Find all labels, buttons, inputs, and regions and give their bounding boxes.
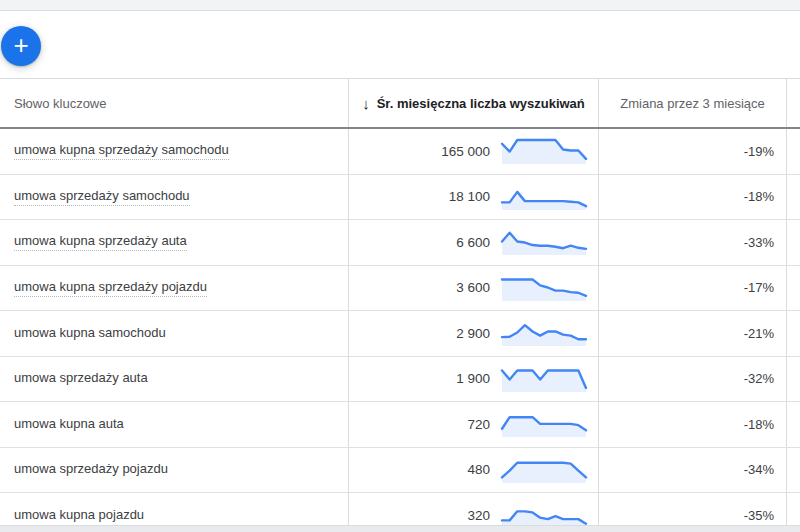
keyword-cell: umowa sprzedaży auta xyxy=(0,357,348,402)
keyword-cell: umowa sprzedaży samochodu xyxy=(0,175,348,220)
search-volume: 320 xyxy=(467,508,490,523)
search-volume: 165 000 xyxy=(441,144,490,159)
change-percent: -18% xyxy=(744,417,774,432)
search-volume: 2 900 xyxy=(456,326,490,341)
search-volume: 720 xyxy=(467,417,490,432)
change-cell: -18% xyxy=(598,402,786,447)
table-row[interactable]: umowa sprzedaży pojazdu 480 -34% xyxy=(0,448,800,494)
keyword-text[interactable]: umowa kupna samochodu xyxy=(14,325,166,342)
change-percent: -35% xyxy=(744,508,774,523)
change-percent: -18% xyxy=(744,189,774,204)
bottom-bar xyxy=(0,525,800,532)
keyword-text[interactable]: umowa kupna auta xyxy=(14,416,124,433)
change-percent: -17% xyxy=(744,280,774,295)
column-header-searches[interactable]: ↓ Śr. miesięczna liczba wyszukiwań xyxy=(348,79,598,127)
extra-cell xyxy=(786,448,800,493)
change-cell: -21% xyxy=(598,311,786,356)
table-body: umowa kupna sprzedaży samochodu 165 000 … xyxy=(0,129,800,532)
change-cell: -34% xyxy=(598,448,786,493)
top-bar xyxy=(0,0,800,11)
table-row[interactable]: umowa kupna sprzedaży auta 6 600 -33% xyxy=(0,220,800,266)
extra-cell xyxy=(786,175,800,220)
change-percent: -33% xyxy=(744,235,774,250)
extra-cell xyxy=(786,402,800,447)
searches-cell: 165 000 xyxy=(348,129,598,174)
trend-sparkline xyxy=(500,366,588,392)
sort-descending-icon: ↓ xyxy=(362,95,370,112)
keyword-cell: umowa kupna samochodu xyxy=(0,311,348,356)
trend-sparkline xyxy=(500,457,588,483)
keyword-text[interactable]: umowa kupna sprzedaży auta xyxy=(14,233,187,251)
extra-cell xyxy=(786,266,800,311)
trend-sparkline xyxy=(500,320,588,346)
change-cell: -18% xyxy=(598,175,786,220)
table-row[interactable]: umowa kupna auta 720 -18% xyxy=(0,402,800,448)
searches-cell: 1 900 xyxy=(348,357,598,402)
table-header: Słowo kluczowe ↓ Śr. miesięczna liczba w… xyxy=(0,78,800,129)
keyword-text[interactable]: umowa sprzedaży samochodu xyxy=(14,188,190,206)
table-row[interactable]: umowa sprzedaży samochodu 18 100 -18% xyxy=(0,175,800,221)
table-row[interactable]: umowa kupna sprzedaży samochodu 165 000 … xyxy=(0,129,800,175)
trend-sparkline xyxy=(500,411,588,437)
searches-cell: 2 900 xyxy=(348,311,598,356)
trend-sparkline xyxy=(500,229,588,255)
table-row[interactable]: umowa kupna samochodu 2 900 -21% xyxy=(0,311,800,357)
keyword-text[interactable]: umowa kupna sprzedaży pojazdu xyxy=(14,279,207,297)
extra-cell xyxy=(786,220,800,265)
search-volume: 1 900 xyxy=(456,371,490,386)
keyword-cell: umowa kupna sprzedaży auta xyxy=(0,220,348,265)
column-header-searches-label: Śr. miesięczna liczba wyszukiwań xyxy=(377,96,585,111)
search-volume: 3 600 xyxy=(456,280,490,295)
searches-cell: 6 600 xyxy=(348,220,598,265)
keyword-text[interactable]: umowa sprzedaży pojazdu xyxy=(14,461,168,478)
column-header-change[interactable]: Zmiana przez 3 miesiące xyxy=(598,79,786,127)
table-row[interactable]: umowa sprzedaży auta 1 900 -32% xyxy=(0,357,800,403)
search-volume: 18 100 xyxy=(449,189,490,204)
keyword-cell: umowa sprzedaży pojazdu xyxy=(0,448,348,493)
keyword-cell: umowa kupna sprzedaży samochodu xyxy=(0,129,348,174)
extra-cell xyxy=(786,311,800,356)
add-keywords-fab[interactable]: + xyxy=(1,26,41,66)
keyword-cell: umowa kupna sprzedaży pojazdu xyxy=(0,266,348,311)
change-percent: -32% xyxy=(744,371,774,386)
trend-sparkline xyxy=(500,275,588,301)
keyword-planner-screen: + Słowo kluczowe ↓ Śr. miesięczna liczba… xyxy=(0,0,800,532)
keyword-cell: umowa kupna auta xyxy=(0,402,348,447)
column-header-keyword[interactable]: Słowo kluczowe xyxy=(0,79,348,127)
keyword-text[interactable]: umowa kupna pojazdu xyxy=(14,507,144,524)
plus-icon: + xyxy=(13,32,28,58)
change-percent: -21% xyxy=(744,326,774,341)
trend-sparkline xyxy=(500,138,588,164)
change-percent: -34% xyxy=(744,462,774,477)
change-percent: -19% xyxy=(744,144,774,159)
searches-cell: 18 100 xyxy=(348,175,598,220)
table-row[interactable]: umowa kupna sprzedaży pojazdu 3 600 -17% xyxy=(0,266,800,312)
search-volume: 6 600 xyxy=(456,235,490,250)
keyword-text[interactable]: umowa kupna sprzedaży samochodu xyxy=(14,142,229,160)
search-volume: 480 xyxy=(467,462,490,477)
column-header-extra xyxy=(786,79,800,127)
extra-cell xyxy=(786,357,800,402)
change-cell: -19% xyxy=(598,129,786,174)
searches-cell: 720 xyxy=(348,402,598,447)
change-cell: -32% xyxy=(598,357,786,402)
change-cell: -33% xyxy=(598,220,786,265)
keyword-text[interactable]: umowa sprzedaży auta xyxy=(14,370,148,387)
change-cell: -17% xyxy=(598,266,786,311)
searches-cell: 480 xyxy=(348,448,598,493)
extra-cell xyxy=(786,129,800,174)
keywords-table: Słowo kluczowe ↓ Śr. miesięczna liczba w… xyxy=(0,78,800,532)
searches-cell: 3 600 xyxy=(348,266,598,311)
trend-sparkline xyxy=(500,184,588,210)
